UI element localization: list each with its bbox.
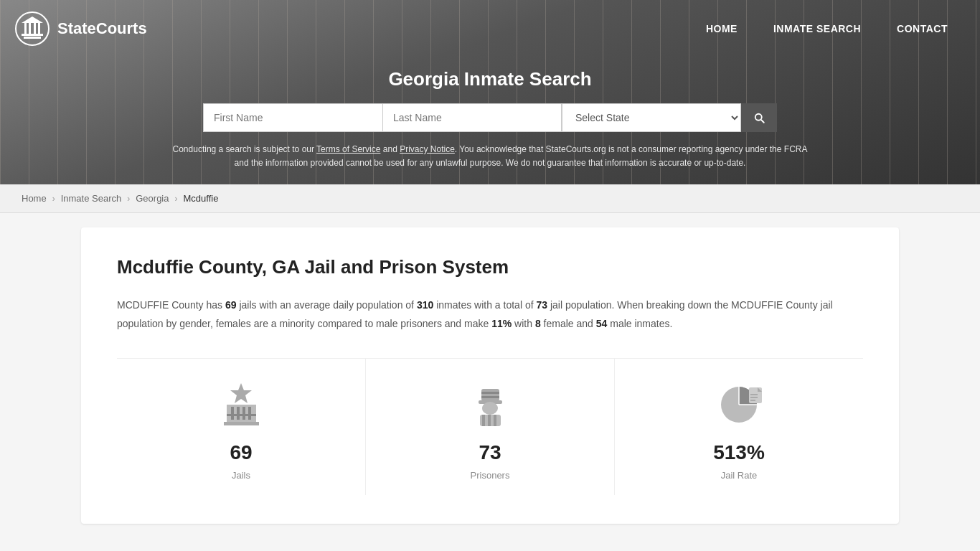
stat-jail-rate-number: 513% (713, 441, 765, 464)
nav-contact[interactable]: CONTACT (879, 16, 966, 42)
main-content: Mcduffie County, GA Jail and Prison Syst… (60, 227, 920, 523)
svg-rect-10 (231, 407, 234, 420)
breadcrumb-sep-1: › (52, 194, 55, 204)
svg-rect-14 (227, 414, 256, 416)
logo-icon (14, 11, 50, 47)
svg-rect-11 (237, 407, 240, 420)
breadcrumb-sep-2: › (127, 194, 130, 204)
breadcrumb: Home › Inmate Search › Georgia › Mcduffi… (0, 184, 980, 213)
county-title: Mcduffie County, GA Jail and Prison Syst… (117, 256, 863, 278)
svg-rect-6 (38, 23, 40, 34)
content-card: Mcduffie County, GA Jail and Prison Syst… (81, 227, 899, 523)
header-content: StateCourts HOME INMATE SEARCH CONTACT G… (0, 0, 980, 184)
stat-jail-rate: 513% Jail Rate (615, 359, 863, 495)
search-icon (753, 111, 765, 124)
desc-avg-pop: 310 (417, 299, 433, 311)
stat-jails: 69 Jails (117, 359, 366, 495)
terms-link[interactable]: Terms of Service (316, 144, 380, 154)
nav-inmate-search[interactable]: INMATE SEARCH (755, 16, 879, 42)
breadcrumb-county: Mcduffie (183, 193, 218, 204)
nav-inmate-search-link[interactable]: INMATE SEARCH (755, 16, 879, 42)
stat-prisoners-label: Prisoners (471, 470, 510, 481)
search-area: Georgia Inmate Search Select StateAlabam… (0, 57, 980, 184)
svg-rect-23 (488, 415, 491, 426)
nav-home-link[interactable]: HOME (688, 16, 755, 42)
svg-rect-24 (494, 415, 496, 426)
first-name-input[interactable] (203, 103, 382, 132)
desc-prefix: MCDUFFIE County has (117, 299, 225, 311)
svg-rect-4 (29, 23, 31, 34)
privacy-link[interactable]: Privacy Notice (400, 144, 455, 154)
jail-icon (216, 380, 266, 430)
desc-female-count: 8 (535, 318, 541, 329)
nav-contact-link[interactable]: CONTACT (879, 16, 966, 42)
desc-female-pct: 11% (491, 318, 512, 329)
search-form: Select StateAlabamaAlaskaArizonaArkansas… (14, 103, 966, 132)
svg-rect-5 (34, 23, 36, 34)
disclaimer: Conducting a search is subject to our Te… (167, 143, 813, 170)
svg-rect-22 (482, 415, 485, 426)
prisoner-icon (465, 380, 515, 430)
svg-rect-2 (22, 34, 43, 36)
breadcrumb-state[interactable]: Georgia (136, 193, 169, 204)
logo-link[interactable]: StateCourts (14, 11, 147, 47)
svg-rect-18 (481, 392, 499, 394)
breadcrumb-inmate-search[interactable]: Inmate Search (61, 193, 122, 204)
pie-chart-svg (716, 382, 763, 428)
desc-male-count: 54 (596, 318, 608, 329)
navbar: StateCourts HOME INMATE SEARCH CONTACT (0, 0, 980, 57)
svg-rect-13 (248, 407, 251, 420)
search-title: Georgia Inmate Search (14, 68, 966, 90)
svg-rect-12 (242, 407, 245, 420)
site-name: StateCourts (57, 19, 147, 38)
desc-mid4: with (512, 318, 535, 329)
svg-rect-29 (750, 394, 758, 395)
svg-marker-7 (22, 17, 43, 23)
chart-icon (714, 380, 764, 430)
stats-row: 69 Jails (117, 358, 863, 495)
prisoner-svg (467, 382, 514, 428)
svg-rect-30 (750, 397, 758, 398)
svg-marker-8 (230, 383, 252, 403)
svg-rect-19 (481, 396, 499, 398)
last-name-input[interactable] (382, 103, 562, 132)
stat-jail-rate-label: Jail Rate (721, 470, 758, 481)
desc-jails: 69 (225, 299, 237, 311)
jail-building-svg (218, 382, 265, 428)
svg-rect-17 (481, 389, 499, 401)
stat-jails-number: 69 (230, 441, 252, 464)
stat-prisoners: 73 Prisoners (366, 359, 615, 495)
desc-mid2: inmates with a total of (433, 299, 536, 311)
svg-rect-31 (750, 400, 755, 401)
county-description: MCDUFFIE County has 69 jails with an ave… (117, 296, 863, 332)
desc-suffix: male inmates. (607, 318, 672, 329)
desc-mid5: female and (541, 318, 596, 329)
desc-mid1: jails with an average daily population o… (237, 299, 417, 311)
stat-prisoners-number: 73 (479, 441, 501, 464)
svg-rect-1 (24, 37, 41, 39)
search-button[interactable] (741, 103, 777, 132)
state-select[interactable]: Select StateAlabamaAlaskaArizonaArkansas… (562, 103, 741, 132)
svg-point-20 (482, 402, 498, 415)
svg-rect-3 (24, 23, 27, 34)
breadcrumb-sep-3: › (174, 194, 177, 204)
breadcrumb-home[interactable]: Home (22, 193, 47, 204)
svg-rect-15 (224, 422, 259, 425)
nav-links: HOME INMATE SEARCH CONTACT (688, 16, 966, 42)
header: StateCourts HOME INMATE SEARCH CONTACT G… (0, 0, 980, 184)
nav-home[interactable]: HOME (688, 16, 755, 42)
stat-jails-label: Jails (232, 470, 250, 481)
desc-total-pop: 73 (536, 299, 547, 311)
